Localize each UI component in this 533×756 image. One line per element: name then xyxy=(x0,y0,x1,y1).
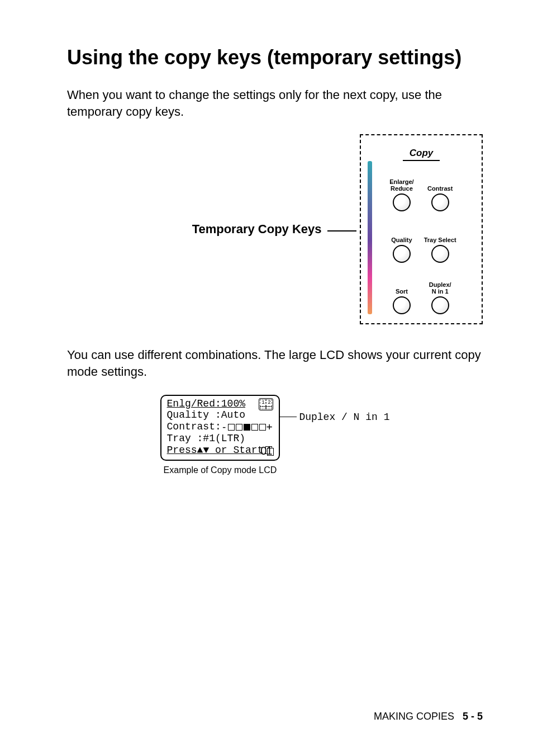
key-label: Enlarge/Reduce xyxy=(389,178,413,192)
intro-paragraph: When you want to change the settings onl… xyxy=(67,87,483,120)
key-sort[interactable]: Sort xyxy=(393,270,411,314)
lcd-annotation-label: Duplex / N in 1 xyxy=(297,412,389,423)
key-enlarge-reduce[interactable]: Enlarge/Reduce xyxy=(389,167,413,211)
copy-panel-col-2: Contrast Tray Select Duplex/N in 1 xyxy=(424,164,456,314)
key-contrast[interactable]: Contrast xyxy=(427,167,453,211)
footer-page: 5 - 5 xyxy=(463,711,483,722)
key-label: Sort xyxy=(396,281,408,295)
round-button-icon xyxy=(431,296,449,314)
round-button-icon xyxy=(393,296,411,314)
key-label: Quality xyxy=(391,230,412,243)
n-in-1-icon: 1 2 xyxy=(259,398,273,410)
footer-section: MAKING COPIES xyxy=(374,711,454,722)
round-button-icon xyxy=(431,193,449,211)
copy-panel: Copy Enlarge/Reduce Quality xyxy=(360,134,483,324)
lcd-screen: Enlg/Red:100% Quality :Auto Contrast:-+ … xyxy=(160,395,280,461)
key-label: Duplex/N in 1 xyxy=(429,281,451,295)
round-button-icon xyxy=(431,245,449,263)
lcd-caption: Example of Copy mode LCD xyxy=(164,465,277,475)
second-paragraph: You can use different combinations. The … xyxy=(67,347,483,380)
diagram-side-caption: Temporary Copy Keys xyxy=(192,222,322,236)
copy-counter: 01 xyxy=(260,445,272,457)
lcd-line-1: Enlg/Red:100% xyxy=(167,398,245,410)
copy-panel-header: Copy xyxy=(403,148,440,161)
key-duplex-nin1[interactable]: Duplex/N in 1 xyxy=(429,270,451,314)
copy-keys-diagram: Temporary Copy Keys Copy Enlarge/Reduce … xyxy=(67,134,483,324)
key-label: Tray Select xyxy=(424,230,456,243)
key-quality[interactable]: Quality xyxy=(391,218,412,263)
diagram-lead-line xyxy=(327,230,356,231)
panel-gradient-strip xyxy=(368,161,372,314)
round-button-icon xyxy=(393,193,411,211)
key-label: Contrast xyxy=(427,178,453,192)
page-footer: MAKING COPIES 5 - 5 xyxy=(374,711,483,722)
lcd-annotation: Duplex / N in 1 xyxy=(280,412,389,423)
page-title: Using the copy keys (temporary settings) xyxy=(67,45,483,70)
lcd-contrast-label: Contrast: xyxy=(167,421,221,433)
round-button-icon xyxy=(393,245,411,263)
copy-panel-col-1: Enlarge/Reduce Quality Sort xyxy=(389,164,413,314)
key-tray-select[interactable]: Tray Select xyxy=(424,218,456,263)
